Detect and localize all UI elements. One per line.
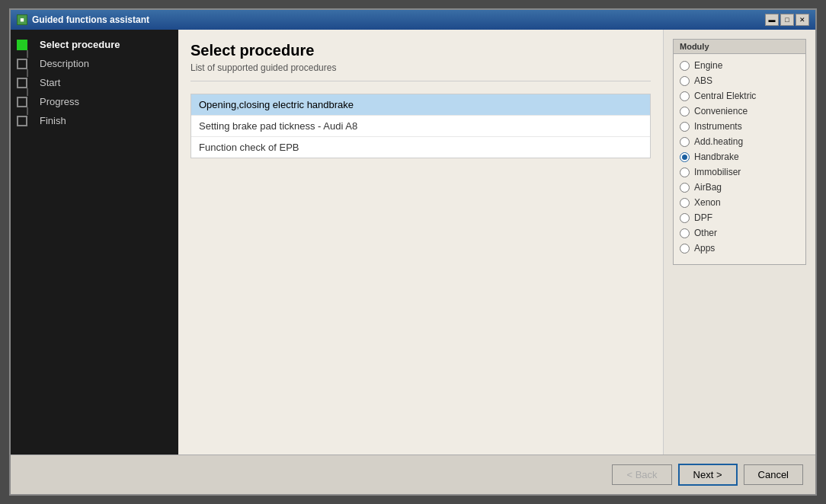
connector-3	[27, 107, 28, 115]
step-label-description[interactable]: Description	[40, 58, 89, 69]
next-button[interactable]: Next >	[678, 464, 738, 486]
moduly-panel: Moduly Engine ABS Central Elektric	[663, 30, 815, 455]
radio-input-dpf[interactable]	[680, 213, 690, 223]
radio-handbrake[interactable]: Handbrake	[680, 152, 799, 162]
radio-label-convenience: Convenience	[694, 106, 748, 116]
radio-input-engine[interactable]	[680, 61, 690, 71]
radio-input-central-elektric[interactable]	[680, 91, 690, 101]
radio-label-apps: Apps	[694, 243, 715, 254]
radio-label-instruments: Instruments	[694, 121, 742, 132]
radio-input-abs[interactable]	[680, 76, 690, 86]
moduly-group-title: Moduly	[674, 40, 805, 54]
radio-input-airbag[interactable]	[680, 183, 690, 193]
procedure-item-1[interactable]: Setting brake pad tickness - Audi A8	[191, 116, 650, 137]
radio-convenience[interactable]: Convenience	[680, 106, 799, 116]
radio-input-convenience[interactable]	[680, 107, 690, 116]
radio-input-other[interactable]	[680, 228, 690, 238]
step-icon-start	[17, 78, 27, 88]
radio-input-apps[interactable]	[680, 244, 690, 254]
step-icon-description	[17, 59, 27, 69]
panel-subtitle: List of supported guided procedures	[190, 62, 651, 81]
back-button[interactable]: < Back	[612, 464, 671, 485]
radio-input-handbrake[interactable]	[680, 152, 690, 162]
connector-1	[27, 69, 28, 77]
step-label-finish[interactable]: Finish	[40, 115, 66, 126]
radio-apps[interactable]: Apps	[680, 243, 799, 254]
step-row-select-procedure: Select procedure	[17, 39, 172, 50]
radio-label-handbrake: Handbrake	[694, 152, 739, 162]
radio-label-engine: Engine	[694, 60, 722, 71]
step-row-description: Description	[17, 58, 172, 69]
title-bar-buttons: ▬ □ ✕	[765, 14, 809, 26]
radio-input-immobiliser[interactable]	[680, 167, 690, 177]
procedure-item-0[interactable]: Opening,closing electric handbrake	[191, 94, 650, 116]
procedure-panel: Select procedure List of supported guide…	[178, 30, 663, 455]
radio-label-immobiliser: Immobiliser	[694, 167, 741, 177]
window-title: Guided functions assistant	[32, 14, 149, 25]
cancel-button[interactable]: Cancel	[744, 464, 803, 485]
minimize-button[interactable]: ▬	[765, 14, 779, 26]
connector-0	[27, 50, 28, 58]
step-label-progress[interactable]: Progress	[40, 96, 79, 107]
procedure-list: Opening,closing electric handbrake Setti…	[190, 94, 651, 158]
panel-title: Select procedure	[190, 42, 651, 59]
radio-airbag[interactable]: AirBag	[680, 182, 799, 193]
radio-immobiliser[interactable]: Immobiliser	[680, 167, 799, 177]
radio-abs[interactable]: ABS	[680, 75, 799, 86]
radio-input-add-heating[interactable]	[680, 137, 690, 147]
radio-instruments[interactable]: Instruments	[680, 121, 799, 132]
title-bar: ■ Guided functions assistant ▬ □ ✕	[11, 10, 815, 30]
radio-engine[interactable]: Engine	[680, 60, 799, 71]
main-window: ■ Guided functions assistant ▬ □ ✕ Selec…	[9, 8, 817, 496]
step-label-select-procedure[interactable]: Select procedure	[40, 39, 120, 50]
step-row-finish: Finish	[17, 115, 172, 126]
radio-label-dpf: DPF	[694, 212, 712, 223]
radio-label-add-heating: Add.heating	[694, 136, 743, 147]
radio-dpf[interactable]: DPF	[680, 212, 799, 223]
window-icon: ■	[17, 14, 27, 25]
radio-central-elektric[interactable]: Central Elektric	[680, 91, 799, 101]
procedure-item-2[interactable]: Function check of EPB	[191, 137, 650, 158]
footer: < Back Next > Cancel	[11, 455, 815, 494]
radio-label-central-elektric: Central Elektric	[694, 91, 756, 101]
close-button[interactable]: ✕	[796, 14, 809, 26]
main-area: Select procedure List of supported guide…	[178, 30, 815, 455]
moduly-group: Moduly Engine ABS Central Elektric	[673, 39, 806, 265]
title-bar-left: ■ Guided functions assistant	[17, 14, 149, 25]
radio-label-xenon: Xenon	[694, 197, 721, 208]
radio-other[interactable]: Other	[680, 228, 799, 238]
sidebar: Select procedure Description Start	[11, 30, 178, 455]
radio-label-other: Other	[694, 228, 717, 238]
radio-label-abs: ABS	[694, 75, 712, 86]
maximize-button[interactable]: □	[780, 14, 794, 26]
step-label-start[interactable]: Start	[40, 77, 60, 88]
step-icon-finish	[17, 116, 27, 126]
radio-xenon[interactable]: Xenon	[680, 197, 799, 208]
main-content: Select procedure List of supported guide…	[178, 30, 815, 455]
step-icon-select-procedure	[17, 40, 27, 50]
radio-input-instruments[interactable]	[680, 122, 690, 132]
step-icon-progress	[17, 97, 27, 107]
step-row-progress: Progress	[17, 96, 172, 107]
radio-add-heating[interactable]: Add.heating	[680, 136, 799, 147]
connector-2	[27, 88, 28, 96]
step-row-start: Start	[17, 77, 172, 88]
step-group: Select procedure Description Start	[17, 39, 172, 126]
radio-input-xenon[interactable]	[680, 198, 690, 208]
radio-label-airbag: AirBag	[694, 182, 722, 193]
window-content: Select procedure Description Start	[11, 30, 815, 455]
